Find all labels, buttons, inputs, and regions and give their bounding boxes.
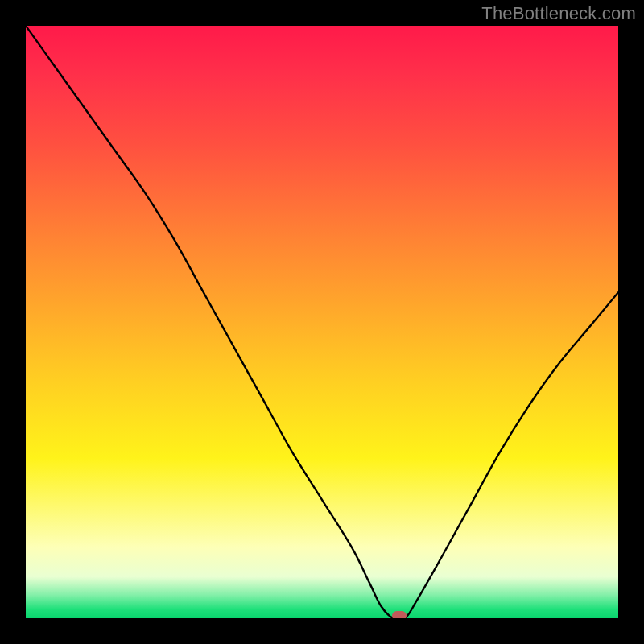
watermark-text: TheBottleneck.com — [481, 3, 636, 24]
bottleneck-curve-svg — [26, 26, 618, 618]
bottleneck-curve-path — [26, 26, 618, 618]
optimal-point-marker — [392, 611, 407, 618]
chart-frame: TheBottleneck.com — [0, 0, 644, 644]
plot-area — [26, 26, 618, 618]
